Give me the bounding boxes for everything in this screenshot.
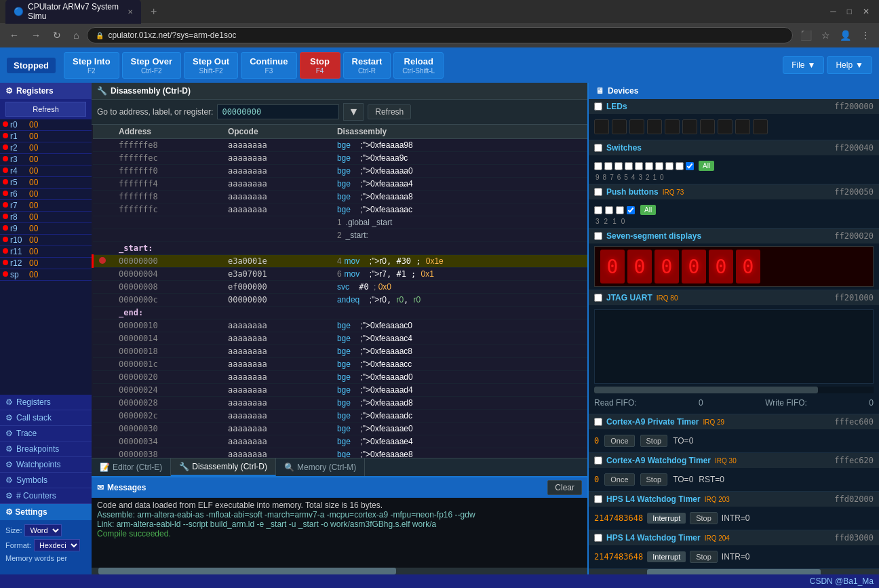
led-5[interactable]: [665, 119, 680, 134]
step-into-btn[interactable]: Step Into F2: [64, 52, 119, 79]
reload-btn[interactable]: Reload Ctrl-Shift-L: [393, 52, 444, 79]
profile-icon[interactable]: 👤: [836, 28, 855, 43]
led-2[interactable]: [718, 119, 732, 134]
clear-messages-btn[interactable]: Clear: [547, 480, 582, 495]
table-row[interactable]: 00000008 ef000000 svc #0 ; 0x0: [93, 281, 588, 294]
table-row[interactable]: 00000010 aaaaaaaa bge ;">0xfeaaaac0: [93, 319, 588, 332]
table-row[interactable]: 00000018 aaaaaaaa bge ;">0xfeaaaac8: [93, 345, 588, 358]
sidebar-item-breakpoints[interactable]: ⚙ Breakpoints: [0, 442, 92, 457]
table-row[interactable]: ffffffec aaaaaaaa bge ;">0xfeaaa9c: [93, 152, 588, 165]
maximize-btn[interactable]: □: [843, 5, 856, 18]
switch-1[interactable]: [676, 162, 684, 170]
disassembly-table[interactable]: Address Opcode Disassembly ffffffe8 aaaa…: [92, 125, 587, 458]
table-row[interactable]: 1.global _start: [93, 216, 588, 229]
ca9-stop-btn[interactable]: Stop: [640, 435, 668, 447]
back-btn[interactable]: ←: [5, 27, 23, 43]
table-row[interactable]: 00000028 aaaaaaaa bge ;">0xfeaaaad8: [93, 397, 588, 410]
table-row[interactable]: 0000001c aaaaaaaa bge ;">0xfeaaaacc: [93, 358, 588, 371]
messages-hscroll[interactable]: [92, 568, 587, 574]
pushbuttons-checkbox[interactable]: [594, 188, 602, 196]
forward-btn[interactable]: →: [27, 27, 45, 43]
sevenseg-checkbox[interactable]: [594, 232, 602, 240]
restart-btn[interactable]: Restart Ctrl-R: [343, 52, 391, 79]
devices-hscrollbar[interactable]: [589, 569, 879, 574]
hps-watchdog2-stop-btn[interactable]: Stop: [690, 551, 718, 563]
jtag-terminal[interactable]: [594, 309, 874, 384]
sidebar-item-trace[interactable]: ⚙ Trace: [0, 426, 92, 442]
table-row[interactable]: 00000030 aaaaaaaa bge ;">0xfeaaaae0: [93, 423, 588, 435]
switch-0[interactable]: [686, 162, 694, 170]
pushbtn-2[interactable]: [605, 206, 613, 214]
led-6[interactable]: [647, 119, 662, 134]
tab-disassembly[interactable]: 🔧 Disassembly (Ctrl-D): [171, 458, 276, 476]
pushbtn-0[interactable]: [627, 206, 635, 214]
new-tab-btn[interactable]: +: [146, 4, 161, 19]
hps-watchdog1-stop-btn[interactable]: Stop: [690, 512, 718, 524]
goto-dropdown-btn[interactable]: ▼: [343, 103, 364, 121]
switch-2[interactable]: [665, 162, 673, 170]
table-row[interactable]: 2_start:: [93, 229, 588, 242]
home-btn[interactable]: ⌂: [69, 27, 83, 43]
browser-tab[interactable]: 🔵 CPUlator ARMv7 System Simu ✕: [5, 0, 141, 24]
ca9-watchdog-stop-btn[interactable]: Stop: [640, 473, 668, 486]
switch-7[interactable]: [614, 162, 623, 170]
table-row[interactable]: fffffff4 aaaaaaaa bge ;">0xfeaaaaa4: [93, 178, 588, 191]
hps-watchdog1-checkbox[interactable]: [594, 495, 602, 503]
ca9-timer-checkbox[interactable]: [594, 418, 602, 426]
led-1[interactable]: [735, 119, 750, 134]
refresh-btn[interactable]: ↻: [49, 27, 65, 43]
minimize-btn[interactable]: ─: [826, 5, 840, 18]
refresh-registers-btn[interactable]: Refresh: [5, 102, 86, 117]
ca9-once-btn[interactable]: Once: [604, 435, 634, 447]
table-row[interactable]: 00000024 aaaaaaaa bge ;">0xfeaaaad4: [93, 384, 588, 397]
switch-8[interactable]: [604, 162, 612, 170]
led-7[interactable]: [629, 119, 644, 134]
table-row[interactable]: fffffffc aaaaaaaa bge ;">0xfeaaaaac: [93, 203, 588, 216]
pushbtn-3[interactable]: [594, 206, 602, 214]
switch-4[interactable]: [645, 162, 653, 170]
address-bar[interactable]: 🔒 cpulator.01xz.net/?sys=arm-de1soc: [87, 27, 793, 43]
tab-close-btn[interactable]: ✕: [128, 8, 133, 16]
sidebar-item-symbols[interactable]: ⚙ Symbols: [0, 473, 92, 488]
format-select[interactable]: Hexdeci Decimal Binary: [34, 539, 80, 551]
hps-watchdog2-interrupt-btn[interactable]: Interrupt: [647, 551, 686, 562]
switch-6[interactable]: [625, 162, 633, 170]
sidebar-item-counters[interactable]: ⚙ # Counters: [0, 488, 92, 504]
table-row[interactable]: 00000020 aaaaaaaa bge ;">0xfeaaaad0: [93, 371, 588, 384]
help-btn[interactable]: Help ▼: [827, 56, 872, 74]
size-select[interactable]: Word Byte Half: [24, 524, 62, 536]
led-4[interactable]: [682, 119, 697, 134]
jtag-scrollbar[interactable]: [594, 387, 874, 393]
hps-watchdog2-checkbox[interactable]: [594, 534, 602, 542]
pushbtn-1[interactable]: [616, 206, 624, 214]
table-row[interactable]: ffffffe8 aaaaaaaa bge ;">0xfeaaaa98: [93, 139, 588, 152]
switch-3[interactable]: [655, 162, 663, 170]
file-btn[interactable]: File ▼: [783, 56, 824, 74]
table-row[interactable]: 00000038 aaaaaaaa bge ;">0xfeaaaae8: [93, 448, 588, 458]
table-row[interactable]: fffffff8 aaaaaaaa bge ;">0xfeaaaaa8: [93, 191, 588, 203]
led-9[interactable]: [594, 119, 609, 134]
switch-9[interactable]: [594, 162, 602, 170]
table-row[interactable]: _start:: [93, 242, 588, 255]
close-browser-btn[interactable]: ✕: [859, 5, 874, 18]
table-row[interactable]: 0000000c 00000000 andeq ;">r0, r0, r0: [93, 294, 588, 307]
extensions-icon[interactable]: ⬛: [797, 28, 815, 43]
bookmark-icon[interactable]: ☆: [818, 28, 834, 43]
ca9-watchdog-once-btn[interactable]: Once: [604, 473, 634, 486]
switches-all-btn[interactable]: All: [699, 161, 714, 171]
stop-btn[interactable]: Stop F4: [300, 52, 340, 79]
hps-watchdog1-interrupt-btn[interactable]: Interrupt: [647, 513, 686, 524]
sidebar-item-callstack[interactable]: ⚙ Call stack: [0, 410, 92, 426]
disassembly-refresh-btn[interactable]: Refresh: [368, 104, 411, 119]
sidebar-item-registers[interactable]: ⚙ Registers: [0, 395, 92, 410]
sidebar-item-watchpoints[interactable]: ⚙ Watchpoints: [0, 457, 92, 473]
tab-editor[interactable]: 📝 Editor (Ctrl-E): [92, 458, 171, 476]
table-row[interactable]: fffffff0 aaaaaaaa bge ;">0xfeaaaaa0: [93, 165, 588, 178]
table-row[interactable]: _end:: [93, 307, 588, 319]
ca9-watchdog-checkbox[interactable]: [594, 456, 602, 465]
pushbuttons-all-btn[interactable]: All: [640, 205, 656, 215]
table-row[interactable]: 00000014 aaaaaaaa bge ;">0xfeaaaac4: [93, 332, 588, 345]
tab-memory[interactable]: 🔍 Memory (Ctrl-M): [276, 458, 365, 476]
leds-checkbox[interactable]: [594, 102, 602, 111]
table-row[interactable]: 00000004 e3a07001 6mov ;">r7, #1 ; 0x1: [93, 268, 588, 281]
